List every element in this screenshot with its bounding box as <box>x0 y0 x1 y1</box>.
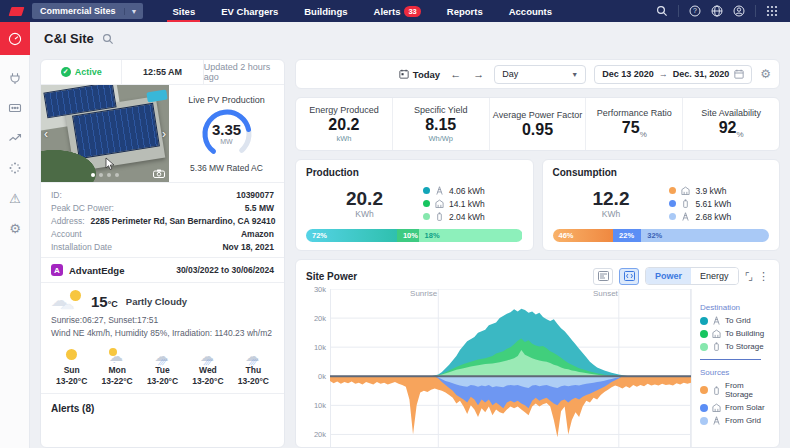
chart-layout-button[interactable] <box>593 268 613 285</box>
detail-value: 2285 Perimeter Rd, San Bernardino, CA 92… <box>91 216 276 226</box>
kpi-label: Performance Ratio <box>597 108 672 118</box>
search-icon[interactable] <box>656 5 668 17</box>
carousel-dot[interactable] <box>91 173 95 177</box>
carousel-next-icon[interactable]: › <box>162 127 166 141</box>
help-icon[interactable]: ? <box>689 5 701 17</box>
next-period-button[interactable]: → <box>471 68 486 80</box>
nav-tab-alerts[interactable]: Alerts33 <box>361 0 434 22</box>
carousel-dots <box>41 173 169 177</box>
legend-item-to-storage[interactable]: To Storage <box>700 342 769 351</box>
sidebar-item-ev-charger[interactable] <box>0 63 30 93</box>
kpi-label: Energy Produced <box>309 105 379 115</box>
carousel-dot[interactable] <box>107 173 111 177</box>
settings-gear-icon[interactable]: ⚙ <box>760 67 771 81</box>
production-legend-item: 2.04 kWh <box>423 212 523 222</box>
battery-icon <box>681 199 690 208</box>
nav-tab-label: Sites <box>172 6 195 17</box>
date-range-picker[interactable]: Dec 13 2020 → Dec. 31, 2020 <box>594 65 752 84</box>
divider <box>678 5 679 17</box>
sidebar-item-panels[interactable] <box>0 93 30 123</box>
chart-legend: DestinationTo GridTo BuildingTo StorageS… <box>691 289 769 448</box>
site-photo-carousel[interactable]: ‹ › <box>41 85 169 182</box>
legend-item-from-grid[interactable]: From Grid <box>700 416 769 425</box>
toggle-power[interactable]: Power <box>646 268 691 284</box>
kpi-value: 0.95 <box>522 121 553 139</box>
legend-item-to-building[interactable]: To Building <box>700 329 769 338</box>
carousel-dot[interactable] <box>99 173 103 177</box>
legend-dot <box>700 404 708 412</box>
bar-segment: 46% <box>553 229 614 242</box>
legend-item-to-grid[interactable]: To Grid <box>700 316 769 325</box>
kpi-unit: kWh <box>336 134 351 143</box>
site-power-title: Site Power <box>306 271 357 282</box>
prev-period-button[interactable]: ← <box>448 68 463 80</box>
camera-icon[interactable] <box>153 169 165 178</box>
legend-item-from-solar[interactable]: From Solar <box>700 403 769 412</box>
y-axis-tick: 20k <box>314 430 326 439</box>
nav-tab-buildings[interactable]: Buildings <box>291 0 360 22</box>
toggle-energy[interactable]: Energy <box>691 268 738 284</box>
legend-dot <box>700 317 708 325</box>
legend-dot <box>669 200 676 207</box>
legend-value: 2.04 kWh <box>449 212 485 222</box>
nav-tab-ev-chargers[interactable]: EV Chargers <box>208 0 291 22</box>
alerts-count-badge: 33 <box>404 6 420 17</box>
fullscreen-icon[interactable]: ⌜⌟ <box>745 271 752 282</box>
consumption-legend-item: 5.61 kWh <box>669 199 769 209</box>
legend-dot <box>700 386 708 394</box>
forecast-day-label: Tue <box>155 365 169 375</box>
consumption-legend: 3.9 kWh5.61 kWh2.68 kWh <box>669 186 769 222</box>
legend-dot <box>700 343 708 351</box>
sidebar-item-charts[interactable] <box>0 123 30 153</box>
apps-icon[interactable] <box>766 5 778 17</box>
nav-tab-accounts[interactable]: Accounts <box>496 0 565 22</box>
sidebar-item-alerts[interactable]: ⚠ <box>0 183 30 213</box>
production-legend: 4.06 kWh14.1 kWh2.04 kWh <box>423 186 523 222</box>
search-icon[interactable] <box>102 33 114 45</box>
chart-flow-button[interactable] <box>619 268 639 285</box>
weather-section: ☁☁ 15°C Partly Cloudy Sunrise:06:27, Sun… <box>41 282 284 343</box>
legend-item-from-storage[interactable]: From Storage <box>700 381 769 399</box>
period-select[interactable]: Day ▼ <box>494 65 586 84</box>
sidebar-item-settings[interactable]: ⚙ <box>0 213 30 243</box>
building-icon <box>712 329 721 338</box>
legend-dot <box>423 187 430 194</box>
site-local-time: 12:55 AM <box>121 60 202 84</box>
bar-segment: 10% <box>397 229 419 242</box>
account-icon[interactable] <box>733 5 745 17</box>
rain-icon: ☁╱╱╱ <box>198 348 218 364</box>
production-unit: KWh <box>306 209 423 219</box>
nav-tab-sites[interactable]: Sites <box>159 0 208 22</box>
carousel-prev-icon[interactable]: ‹ <box>44 127 48 141</box>
detail-label: Installation Date <box>51 242 112 252</box>
today-button[interactable]: Today <box>399 69 440 80</box>
bar-segment: 32% <box>641 229 769 242</box>
legend-dot <box>423 200 430 207</box>
last-updated: Updated 2 hours ago <box>203 60 284 84</box>
kpi-value: 20.2 <box>328 116 359 134</box>
site-status-badge: ✓ Active <box>41 60 121 84</box>
legend-label: To Storage <box>725 342 764 351</box>
carousel-dot[interactable] <box>115 173 119 177</box>
globe-icon[interactable] <box>711 5 723 17</box>
charger-row: A AdvantEdge 30/03/2022 to 30/06/2024 <box>41 257 284 282</box>
consumption-value: 12.2 <box>553 189 670 208</box>
app-switcher[interactable]: Commercial Sites ▼ <box>32 3 143 19</box>
nav-tab-reports[interactable]: Reports <box>434 0 496 22</box>
sidebar-item-dashboard[interactable] <box>0 22 30 55</box>
kpi-average-power-factor: Average Power Factor0.95 <box>489 98 586 150</box>
legend-dot <box>700 417 708 425</box>
legend-divider <box>700 359 761 360</box>
brand-logo[interactable] <box>0 7 32 16</box>
y-axis-tick: 10k <box>314 343 326 352</box>
forecast-day-label: Sun <box>64 365 80 375</box>
site-details: ID:10390077Peak DC Power:5.5 MWAddress:2… <box>41 182 284 257</box>
nav-tab-label: Alerts <box>374 6 401 17</box>
sidebar-item-hub[interactable] <box>0 153 30 183</box>
calendar-today-icon <box>399 69 409 79</box>
production-legend-item: 4.06 kWh <box>423 186 523 196</box>
kebab-menu-icon[interactable]: ⋮ <box>758 270 769 283</box>
mouse-cursor <box>105 157 115 171</box>
bar-segment: 18% <box>419 229 523 242</box>
alerts-section-header[interactable]: Alerts (8) <box>41 393 284 447</box>
